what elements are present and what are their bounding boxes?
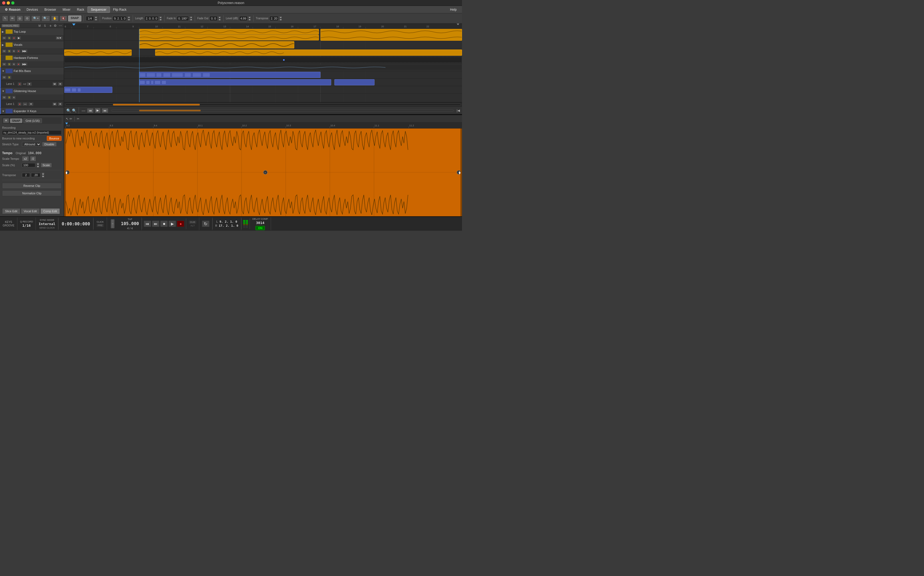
menu-mixer[interactable]: Mixer — [59, 7, 73, 13]
scrollbar-thumb-seq[interactable] — [113, 104, 200, 106]
dub-label[interactable]: DUB — [189, 221, 196, 224]
left-trim-handle[interactable] — [64, 128, 66, 216]
scrollbar-track-seq[interactable] — [65, 104, 461, 106]
fade-in-spin[interactable]: ▲ ▼ — [189, 16, 193, 21]
track-arrow-fat-bass[interactable]: ▼ — [2, 70, 5, 72]
tab-slice[interactable]: Slice Edit — [2, 208, 20, 214]
clip-glistening[interactable] — [64, 64, 462, 70]
solo-btn-top-loop[interactable]: S — [7, 36, 11, 40]
menu-sequencer[interactable]: Sequencer — [88, 6, 110, 13]
fo-up[interactable]: ▲ — [218, 16, 221, 18]
editor-tool-pencil[interactable]: ✏ — [70, 117, 72, 121]
clip-hw-1[interactable] — [64, 50, 132, 56]
maximize-button[interactable] — [11, 2, 14, 5]
l-pos-value[interactable]: 9. 2. 1. 0 — [219, 220, 237, 224]
mute-btn-fat-bass[interactable]: M — [2, 75, 7, 79]
tool-pencil[interactable]: ✏ — [10, 16, 16, 21]
mute-btn-glistening[interactable]: M — [2, 96, 7, 99]
clip-vocals-1[interactable] — [139, 41, 294, 48]
config-icon[interactable]: ⚙ — [54, 24, 57, 27]
timeline-overview[interactable] — [112, 109, 453, 112]
in-select-top-loop[interactable]: IN▼ — [56, 36, 62, 40]
wave-btn-hw-fortress[interactable]: ≈ — [12, 62, 16, 66]
pre-label[interactable]: PRE — [97, 224, 104, 227]
normalize-clip-button[interactable]: Normalize Clip — [2, 190, 62, 196]
rec-btn-vocals[interactable]: ● — [16, 49, 20, 53]
clip-top-loop-1[interactable] — [139, 29, 319, 35]
division-spin[interactable]: ▲ ▼ — [94, 16, 97, 21]
stretch-point-mid[interactable]: ○ — [263, 170, 268, 174]
fast-forward-btn[interactable]: ⏭ — [102, 108, 109, 113]
mute-btn-vocals[interactable]: M — [2, 49, 7, 53]
track-arrow-expander[interactable]: ▼ — [2, 110, 5, 112]
editor-grid-select[interactable]: Grid (1/16) — [23, 118, 42, 123]
play-btn-mini[interactable]: ▶ — [95, 108, 101, 113]
rec-btn-top-loop[interactable]: ● — [12, 36, 16, 40]
click-pre-section[interactable]: CLICK PRE — [94, 218, 107, 230]
division-down[interactable]: ▼ — [94, 18, 97, 21]
transpose-spin[interactable]: ▲ ▼ — [279, 16, 282, 21]
minus-icon[interactable]: — — [81, 109, 85, 113]
transpose-val1-input[interactable] — [22, 173, 30, 177]
more-icon[interactable]: ⋯ — [59, 24, 62, 27]
transpose-up[interactable]: ▲ — [41, 172, 45, 175]
tab-vocal[interactable]: Vocal Edit — [21, 208, 40, 214]
length-spin[interactable]: ▲ ▼ — [159, 16, 162, 21]
lane-rec-fat-bass[interactable]: ● — [18, 82, 22, 86]
fo-down[interactable]: ▼ — [218, 18, 221, 21]
solo-btn-glistening[interactable]: S — [7, 96, 11, 99]
bounce-button[interactable]: Bounce — [47, 136, 62, 141]
stop-btn[interactable]: ■ — [160, 221, 168, 227]
tool-hand[interactable]: ✋ — [51, 16, 59, 21]
lane-rec-glistening[interactable]: ● — [18, 102, 22, 106]
rec-btn-hw-fortress[interactable]: ● — [16, 62, 20, 66]
pos-up[interactable]: ▲ — [127, 16, 131, 18]
solo-btn-hw-fortress[interactable]: S — [7, 62, 11, 66]
fi-up[interactable]: ▲ — [189, 16, 193, 18]
menu-rack[interactable]: Rack — [73, 7, 87, 13]
scale-up[interactable]: ▲ — [37, 162, 40, 165]
clip-top-loop-1b[interactable] — [139, 35, 319, 40]
lane-m-glistening[interactable]: M — [53, 102, 57, 106]
tool-mute[interactable]: 🔇 — [60, 16, 67, 21]
wave-btn-vocals[interactable]: ≈ — [12, 49, 16, 53]
sync-mode-value[interactable]: Internal — [38, 222, 55, 226]
clip-top-loop-2[interactable] — [321, 29, 462, 41]
fi-down[interactable]: ▼ — [189, 18, 193, 21]
tool-lasso[interactable]: ⊙ — [24, 16, 30, 21]
scale-button[interactable]: Scale — [41, 163, 52, 168]
go-start-btn[interactable]: ⏮ — [144, 221, 151, 227]
solo-btn-fat-bass[interactable]: S — [7, 75, 11, 79]
lane-m-fat-bass[interactable]: M — [53, 82, 57, 86]
track-arrow-top-loop[interactable]: ▶ — [2, 30, 5, 33]
lv-down[interactable]: ▼ — [248, 18, 251, 21]
track-arrow-glistening[interactable]: ▼ — [2, 90, 5, 92]
lane-arrow-fat-bass[interactable]: ▼ — [27, 82, 32, 86]
fade-in-value[interactable]: 0. 180° — [177, 16, 189, 21]
lane-arrow-glistening[interactable]: ▼ — [28, 102, 34, 106]
len-up[interactable]: ▲ — [159, 16, 162, 18]
position-spin[interactable]: ▲ ▼ — [127, 16, 131, 21]
position-value[interactable]: 9. 2. 1. 0 — [113, 16, 127, 21]
tool-pointer[interactable]: ↖ — [2, 16, 8, 21]
h-scrollbar-sequencer[interactable] — [64, 102, 462, 107]
r-pos-value[interactable]: 17. 2. 1. 0 — [219, 224, 238, 227]
transpose-val2-input[interactable] — [31, 173, 40, 177]
play-btn-top-loop[interactable]: ▶ — [17, 36, 21, 40]
editor-tool-cut[interactable]: ✂ — [77, 117, 80, 121]
fast-fwd-btn[interactable]: ⏭ — [152, 221, 160, 227]
pos-down[interactable]: ▼ — [127, 18, 131, 21]
menu-devices[interactable]: Devices — [23, 7, 41, 13]
menu-help[interactable]: Help — [447, 7, 460, 13]
on-badge[interactable]: ON — [255, 226, 265, 230]
level-spin[interactable]: ▲ ▼ — [248, 16, 251, 21]
clip-expander[interactable] — [139, 72, 321, 78]
play-transport-btn[interactable]: ▶ — [169, 221, 176, 227]
editor-snap-btn[interactable]: SNAP — [10, 118, 22, 123]
scale-input[interactable] — [22, 163, 35, 167]
fade-out-value[interactable]: 0. 0 — [209, 16, 217, 21]
right-trim-handle[interactable] — [460, 128, 462, 216]
wave-btn-glistening[interactable]: ≈ — [12, 96, 16, 99]
mute-btn-hw-fortress[interactable]: M — [2, 62, 7, 66]
reverse-clip-button[interactable]: Reverse Clip — [2, 183, 62, 189]
